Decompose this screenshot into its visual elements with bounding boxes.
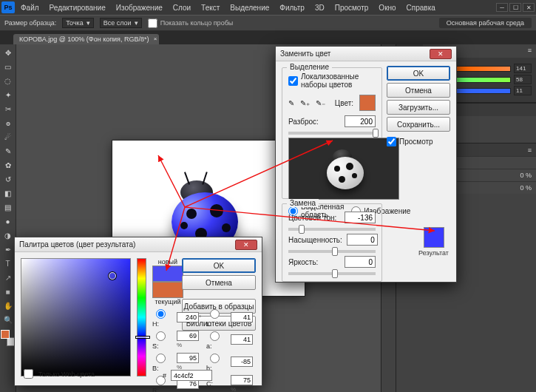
- radio-l[interactable]: L:: [206, 307, 226, 328]
- crop-tool-icon[interactable]: ✂: [1, 102, 15, 115]
- sv-field[interactable]: [21, 258, 131, 376]
- ok-button[interactable]: OK: [182, 258, 256, 273]
- marquee-tool-icon[interactable]: ▭: [1, 60, 15, 73]
- pen-tool-icon[interactable]: ✒: [1, 243, 15, 256]
- result-color-swatch[interactable]: [424, 227, 444, 248]
- dialog-close-button[interactable]: ✕: [235, 240, 257, 250]
- hue-slider[interactable]: [288, 228, 376, 231]
- saturation-input[interactable]: [347, 234, 378, 246]
- hue-input[interactable]: [345, 212, 376, 223]
- hand-tool-icon[interactable]: ✋: [1, 299, 15, 312]
- opacity-value: 0 %: [520, 172, 532, 179]
- fuzziness-input[interactable]: [345, 115, 376, 127]
- hex-input[interactable]: [171, 370, 212, 381]
- options-ring-check-input[interactable]: [148, 18, 157, 28]
- l-input[interactable]: [231, 312, 253, 322]
- brush-tool-icon[interactable]: ✎: [1, 144, 15, 158]
- menu-filter[interactable]: Фильтр: [275, 2, 309, 13]
- move-tool-icon[interactable]: ✥: [1, 46, 15, 59]
- panel-menu-icon[interactable]: ≡: [523, 44, 536, 58]
- wand-tool-icon[interactable]: ✦: [1, 88, 15, 101]
- fuzziness-slider[interactable]: [288, 132, 376, 135]
- zoom-tool-icon[interactable]: 🔍: [1, 313, 15, 326]
- save-button[interactable]: Сохранить...: [387, 117, 450, 132]
- menu-3d[interactable]: 3D: [311, 2, 329, 13]
- preview-checkbox[interactable]: Просмотр: [387, 137, 450, 146]
- menu-layers[interactable]: Слои: [169, 2, 195, 13]
- menu-select[interactable]: Выделение: [225, 2, 274, 13]
- radio-b[interactable]: B:: [152, 351, 172, 372]
- saturation-slider[interactable]: [288, 250, 376, 253]
- eyedropper-minus-icon[interactable]: ✎₋: [316, 99, 325, 107]
- shape-tool-icon[interactable]: ■: [1, 285, 15, 298]
- g-input[interactable]: [514, 75, 532, 84]
- s-input[interactable]: [177, 331, 199, 341]
- cancel-button[interactable]: Отмена: [182, 275, 256, 290]
- color-picker-dialog: Палитра цветов (цвет результата) ✕ новый…: [14, 237, 262, 386]
- a-input[interactable]: [231, 334, 253, 345]
- radio-s[interactable]: S:: [152, 329, 172, 350]
- gradient-tool-icon[interactable]: ▤: [1, 200, 15, 214]
- r-input[interactable]: [514, 64, 532, 73]
- hue-thumb[interactable]: [135, 336, 150, 339]
- replace-color-buttons: OK Отмена Загрузить... Сохранить... Прос…: [387, 66, 450, 146]
- window-close-button[interactable]: ✕: [523, 3, 535, 12]
- load-button[interactable]: Загрузить...: [387, 100, 450, 115]
- lasso-tool-icon[interactable]: ◌: [1, 74, 15, 87]
- workspace-switcher[interactable]: Основная рабочая среда: [439, 18, 532, 28]
- document-tab-close-icon[interactable]: ×: [154, 36, 157, 42]
- foreground-color-swatch[interactable]: [1, 330, 10, 339]
- lightness-input[interactable]: [345, 256, 376, 268]
- localized-check-input[interactable]: [288, 76, 298, 86]
- eyedropper-icon[interactable]: ✎: [288, 99, 294, 107]
- path-tool-icon[interactable]: ↗: [1, 271, 15, 284]
- foreground-background-swatches[interactable]: [1, 330, 16, 346]
- stamp-tool-icon[interactable]: ✿: [1, 158, 15, 172]
- menu-help[interactable]: Справка: [402, 2, 440, 13]
- window-minimize-button[interactable]: ─: [496, 3, 508, 12]
- radio-a[interactable]: a:: [206, 329, 226, 350]
- options-sample-dropdown[interactable]: Точка▾: [62, 18, 93, 28]
- ok-button[interactable]: OK: [387, 66, 450, 81]
- menu-text[interactable]: Текст: [197, 2, 224, 13]
- window-maximize-button[interactable]: ☐: [509, 3, 521, 12]
- dialog-close-button[interactable]: ✕: [430, 49, 452, 59]
- menu-window[interactable]: Окно: [374, 2, 400, 13]
- panel-menu-icon[interactable]: ≡: [528, 146, 532, 154]
- menu-file[interactable]: Файл: [16, 2, 44, 13]
- hex-label: #: [163, 372, 166, 379]
- history-brush-tool-icon[interactable]: ↺: [1, 172, 15, 186]
- radio-h[interactable]: H:: [152, 307, 172, 328]
- eraser-tool-icon[interactable]: ◧: [1, 186, 15, 200]
- type-tool-icon[interactable]: T: [1, 257, 15, 270]
- lightness-slider[interactable]: [288, 272, 376, 275]
- eyedropper-plus-icon[interactable]: ✎₊: [300, 99, 310, 107]
- localized-checkbox[interactable]: Локализованные наборы цветов: [288, 72, 376, 89]
- replace-color-titlebar[interactable]: Заменить цвет ✕: [276, 47, 456, 61]
- options-ring-checkbox[interactable]: Показать кольцо пробы: [148, 18, 234, 28]
- radio-lab-b[interactable]: b:: [206, 351, 226, 372]
- c-input[interactable]: [231, 375, 253, 385]
- menu-image[interactable]: Изображение: [112, 2, 167, 13]
- dodge-tool-icon[interactable]: ◑: [1, 229, 15, 242]
- blur-tool-icon[interactable]: ●: [1, 214, 15, 228]
- cancel-button[interactable]: Отмена: [387, 83, 450, 98]
- sv-indicator[interactable]: [109, 272, 116, 280]
- eyedropper-tool-icon[interactable]: ꙩ: [1, 116, 15, 129]
- menu-edit[interactable]: Редактирование: [45, 2, 110, 13]
- current-color-swatch[interactable]: [152, 282, 183, 298]
- h-input[interactable]: [177, 312, 199, 322]
- labb-input[interactable]: [231, 356, 253, 367]
- source-color-swatch[interactable]: [359, 95, 376, 111]
- heal-tool-icon[interactable]: ☄: [1, 130, 15, 143]
- document-tab[interactable]: КОРОВА.jpg @ 100% (Фон копия, RGB/8*) ×: [13, 34, 159, 44]
- menu-view[interactable]: Просмотр: [330, 2, 373, 13]
- hue-strip[interactable]: [137, 258, 146, 376]
- color-label: Цвет:: [335, 99, 353, 107]
- web-only-checkbox[interactable]: Только Web-цвета: [21, 367, 95, 381]
- b-input[interactable]: [514, 86, 532, 95]
- new-color-swatch[interactable]: [152, 266, 183, 282]
- bv-input[interactable]: [177, 353, 199, 363]
- options-sample2-dropdown[interactable]: Все слои▾: [100, 18, 142, 28]
- color-picker-titlebar[interactable]: Палитра цветов (цвет результата) ✕: [15, 237, 262, 252]
